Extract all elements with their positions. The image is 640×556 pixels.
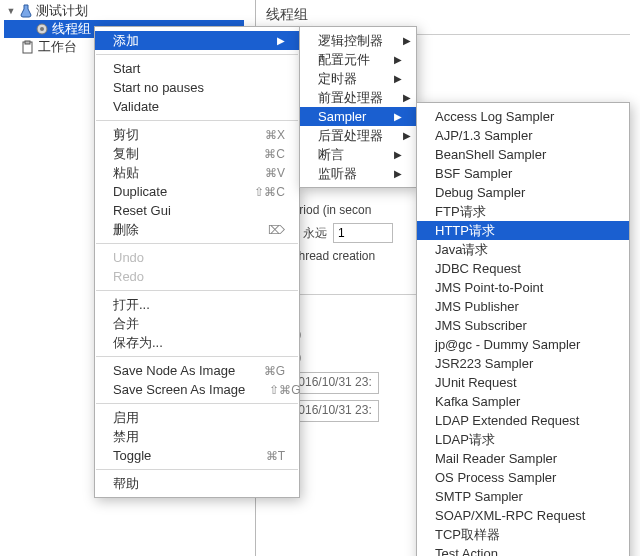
menu-item-label: JMS Publisher — [435, 299, 519, 314]
menu-item[interactable]: OS Process Sampler — [417, 468, 629, 487]
menu-item[interactable]: FTP请求 — [417, 202, 629, 221]
menu-item-label: Access Log Sampler — [435, 109, 554, 124]
menu-item[interactable]: Save Node As Image⌘G — [95, 361, 299, 380]
menu-item-label: 添加 — [113, 32, 139, 50]
menu-item[interactable]: JSR223 Sampler — [417, 354, 629, 373]
menu-item-label: JSR223 Sampler — [435, 356, 533, 371]
tree-node-root[interactable]: ▼ 测试计划 — [4, 2, 244, 20]
menu-item-label: 粘贴 — [113, 164, 139, 182]
menu-item-label: JMS Point-to-Point — [435, 280, 543, 295]
menu-item[interactable]: 配置元件▶ — [300, 50, 416, 69]
menu-item-label: jp@gc - Dummy Sampler — [435, 337, 580, 352]
flask-icon — [18, 3, 34, 19]
menu-item[interactable]: 保存为... — [95, 333, 299, 352]
menu-item[interactable]: 粘贴⌘V — [95, 163, 299, 182]
menu-item[interactable]: Start no pauses — [95, 78, 299, 97]
menu-item-label: 启用 — [113, 409, 139, 427]
menu-item-label: 配置元件 — [318, 51, 370, 69]
submenu-arrow-icon: ▶ — [403, 92, 411, 103]
menu-item-label: Sampler — [318, 109, 366, 124]
menu-item-label: 复制 — [113, 145, 139, 163]
menu-item[interactable]: 剪切⌘X — [95, 125, 299, 144]
menu-item[interactable]: BeanShell Sampler — [417, 145, 629, 164]
menu-item[interactable]: Sampler▶ — [300, 107, 416, 126]
menu-item[interactable]: LDAP请求 — [417, 430, 629, 449]
submenu-arrow-icon: ▶ — [394, 168, 402, 179]
menu-item[interactable]: Java请求 — [417, 240, 629, 259]
menu-item[interactable]: 合并 — [95, 314, 299, 333]
menu-item[interactable]: 后置处理器▶ — [300, 126, 416, 145]
shortcut-label: ⌘T — [266, 449, 285, 463]
menu-item[interactable]: Validate — [95, 97, 299, 116]
menu-item-label: 后置处理器 — [318, 127, 383, 145]
menu-item[interactable]: Start — [95, 59, 299, 78]
menu-item[interactable]: SMTP Sampler — [417, 487, 629, 506]
menu-item-label: 帮助 — [113, 475, 139, 493]
menu-item-label: FTP请求 — [435, 203, 486, 221]
menu-item-label: AJP/1.3 Sampler — [435, 128, 533, 143]
menu-item[interactable]: LDAP Extended Request — [417, 411, 629, 430]
tree-label: 工作台 — [38, 38, 77, 56]
menu-item[interactable]: AJP/1.3 Sampler — [417, 126, 629, 145]
menu-item[interactable]: Save Screen As Image⇧⌘G — [95, 380, 299, 399]
menu-item[interactable]: Access Log Sampler — [417, 107, 629, 126]
menu-item[interactable]: 逻辑控制器▶ — [300, 31, 416, 50]
menu-item-label: HTTP请求 — [435, 222, 495, 240]
menu-item-label: 删除 — [113, 221, 139, 239]
menu-item[interactable]: 定时器▶ — [300, 69, 416, 88]
menu-item-label: Debug Sampler — [435, 185, 525, 200]
menu-item-label: JDBC Request — [435, 261, 521, 276]
menu-item[interactable]: JMS Publisher — [417, 297, 629, 316]
menu-item[interactable]: Kafka Sampler — [417, 392, 629, 411]
add-submenu: 逻辑控制器▶配置元件▶定时器▶前置处理器▶Sampler▶后置处理器▶断言▶监听… — [299, 26, 417, 188]
menu-item-label: Reset Gui — [113, 203, 171, 218]
menu-item-label: 监听器 — [318, 165, 357, 183]
menu-item[interactable]: 禁用 — [95, 427, 299, 446]
menu-item[interactable]: Reset Gui — [95, 201, 299, 220]
submenu-arrow-icon: ▶ — [394, 111, 402, 122]
menu-item-label: BeanShell Sampler — [435, 147, 546, 162]
menu-item-label: OS Process Sampler — [435, 470, 556, 485]
submenu-arrow-icon: ▶ — [394, 149, 402, 160]
menu-item[interactable]: TCP取样器 — [417, 525, 629, 544]
menu-item-label: 保存为... — [113, 334, 163, 352]
clipboard-icon — [20, 39, 36, 55]
menu-item[interactable]: 添加▶ — [95, 31, 299, 50]
menu-item[interactable]: 复制⌘C — [95, 144, 299, 163]
menu-item[interactable]: HTTP请求 — [417, 221, 629, 240]
shortcut-label: ⌘X — [265, 128, 285, 142]
menu-item-label: 禁用 — [113, 428, 139, 446]
menu-item[interactable]: Mail Reader Sampler — [417, 449, 629, 468]
menu-item[interactable]: Test Action — [417, 544, 629, 556]
panel-title: 线程组 — [266, 6, 630, 24]
shortcut-label: ⌘C — [264, 147, 285, 161]
tree-label: 测试计划 — [36, 2, 88, 20]
menu-item[interactable]: 前置处理器▶ — [300, 88, 416, 107]
shortcut-label: ⌦ — [268, 223, 285, 237]
expand-arrow-icon: ▼ — [6, 6, 16, 16]
menu-item[interactable]: jp@gc - Dummy Sampler — [417, 335, 629, 354]
forever-label: 永远 — [303, 225, 327, 242]
menu-item[interactable]: 删除⌦ — [95, 220, 299, 239]
menu-item[interactable]: 启用 — [95, 408, 299, 427]
menu-item-label: Duplicate — [113, 184, 167, 199]
menu-item-label: 合并 — [113, 315, 139, 333]
menu-item[interactable]: 帮助 — [95, 474, 299, 493]
menu-item[interactable]: 断言▶ — [300, 145, 416, 164]
menu-item[interactable]: JDBC Request — [417, 259, 629, 278]
menu-item[interactable]: JMS Subscriber — [417, 316, 629, 335]
menu-item[interactable]: Toggle⌘T — [95, 446, 299, 465]
shortcut-label: ⇧⌘G — [269, 383, 300, 397]
svg-point-1 — [40, 27, 44, 31]
menu-item[interactable]: 打开... — [95, 295, 299, 314]
menu-item-label: JMS Subscriber — [435, 318, 527, 333]
count-input[interactable] — [333, 223, 393, 243]
menu-item[interactable]: 监听器▶ — [300, 164, 416, 183]
menu-item[interactable]: Debug Sampler — [417, 183, 629, 202]
menu-item[interactable]: SOAP/XML-RPC Request — [417, 506, 629, 525]
context-menu: 添加▶StartStart no pausesValidate剪切⌘X复制⌘C粘… — [94, 26, 300, 498]
menu-item[interactable]: BSF Sampler — [417, 164, 629, 183]
menu-item[interactable]: JUnit Request — [417, 373, 629, 392]
menu-item[interactable]: Duplicate⇧⌘C — [95, 182, 299, 201]
menu-item[interactable]: JMS Point-to-Point — [417, 278, 629, 297]
